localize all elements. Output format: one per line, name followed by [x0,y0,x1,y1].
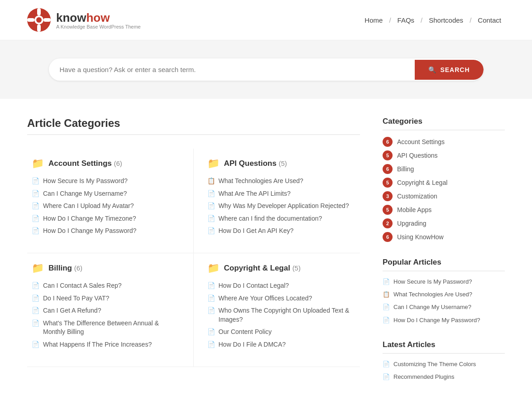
sidebar-cat-link-customization[interactable]: Customization [397,193,437,200]
article-link[interactable]: How Do I File A DMCA? [219,340,286,349]
content-area: Article Categories 📁 Account Settings (6… [27,117,383,397]
popular-article-link[interactable]: What Technologies Are Used? [393,290,472,299]
list-item: 📄Where can I find the documentation? [207,214,356,223]
folder-icon-billing: 📁 [32,262,44,274]
sidebar-cat-link-copyright[interactable]: Copyright & Legal [397,179,447,186]
folder-icon-copyright: 📁 [207,262,220,274]
nav-sep-3: / [470,16,471,24]
sidebar-popular-item: 📄 How Secure Is My Password? [383,278,505,286]
cat-badge: 6 [383,232,393,242]
site-header: knowhow A Knowledge Base WordPress Theme… [0,0,532,40]
page-title: Article Categories [27,117,360,135]
svg-rect-5 [37,24,41,32]
sidebar-cat-item: 5 Mobile Apps [383,205,505,215]
svg-rect-3 [43,18,51,22]
sidebar-categories-section: Categories 6 Account Settings 5 API Ques… [383,117,505,242]
doc-icon: 📄 [32,227,39,234]
list-item: 📄Our Content Policy [207,328,356,337]
doc-icon: 📋 [207,177,215,184]
nav-sep-1: / [389,16,391,24]
article-link[interactable]: Who Owns The Copyright On Uploaded Text … [219,306,356,324]
popular-article-link[interactable]: Can I Change My Username? [393,303,471,311]
popular-article-link[interactable]: How Do I Change My Password? [393,316,480,324]
article-link[interactable]: Our Content Policy [219,328,272,337]
doc-icon: 📄 [383,278,390,285]
list-item: 📄How Do I File A DMCA? [207,340,356,349]
article-link[interactable]: Can I Get A Refund? [43,306,101,315]
list-item: 📄What's The Difference Between Annual & … [32,319,180,337]
article-link[interactable]: What Technologies Are Used? [219,177,303,186]
list-item: 📄How Do I Contact Legal? [207,281,356,290]
logo-text: knowhow A Knowledge Base WordPress Theme [56,11,141,29]
list-item: 📄How Do I Change My Password? [32,227,180,236]
article-link[interactable]: Can I Contact A Sales Rep? [43,281,122,290]
doc-icon: 📄 [207,341,215,348]
article-link[interactable]: What Happens If The Price Increases? [43,340,152,349]
nav-home[interactable]: Home [361,14,386,26]
sidebar: Categories 6 Account Settings 5 API Ques… [383,117,505,397]
main-content: Article Categories 📁 Account Settings (6… [0,99,532,401]
popular-article-link[interactable]: How Secure Is My Password? [393,278,472,286]
sidebar-cat-link-billing[interactable]: Billing [397,165,414,173]
article-link[interactable]: How Secure Is My Password? [43,177,128,186]
doc-icon: 📄 [207,202,215,209]
article-link[interactable]: How Do I Get An API Key? [219,227,294,236]
doc-icon: 📄 [383,317,390,324]
article-link[interactable]: What's The Difference Between Annual & M… [43,319,180,337]
cat-badge: 2 [383,218,393,228]
list-item: 📄How Secure Is My Password? [32,177,180,186]
article-link[interactable]: How Do I Change My Timezone? [43,214,136,223]
sidebar-cat-link-upgrading[interactable]: Upgrading [397,220,427,227]
latest-article-link[interactable]: Recommended Plugins [393,373,454,381]
sidebar-cat-link-knowhow[interactable]: Using KnowHow [397,233,444,241]
nav-shortcodes[interactable]: Shortcodes [425,14,467,26]
nav-faqs[interactable]: FAQs [394,14,418,26]
cat-header-account: 📁 Account Settings (6) [32,158,180,169]
sidebar-popular-item: 📋 What Technologies Are Used? [383,290,505,299]
article-link[interactable]: How Do I Contact Legal? [219,281,289,290]
search-input[interactable] [49,58,415,81]
latest-article-link[interactable]: Customizing The Theme Colors [393,360,476,368]
doc-icon: 📄 [383,361,390,367]
list-item: 📄Can I Change My Username? [32,189,180,198]
search-icon: 🔍 [428,66,436,73]
doc-icon: 📄 [32,295,39,302]
sidebar-cat-link-api[interactable]: API Questions [397,152,438,159]
sidebar-cat-link-mobile[interactable]: Mobile Apps [397,206,431,213]
search-button[interactable]: 🔍 SEARCH [415,60,483,80]
list-item: 📄How Do I Change My Timezone? [32,214,180,223]
article-link[interactable]: Where Can I Upload My Avatar? [43,202,134,211]
article-list-copyright: 📄How Do I Contact Legal? 📄Where Are Your… [207,281,356,349]
sidebar-popular-list: 📄 How Secure Is My Password? 📋 What Tech… [383,278,505,324]
article-link[interactable]: Where can I find the documentation? [219,214,322,223]
doc-icon: 📄 [32,341,39,348]
sidebar-popular-title: Popular Articles [383,258,505,271]
folder-icon-account: 📁 [32,158,44,169]
sidebar-latest-item: 📄 Recommended Plugins [383,373,505,381]
cat-title-billing: Billing (6) [48,264,82,273]
sidebar-cat-link-account[interactable]: Account Settings [397,138,445,145]
doc-icon: 📄 [207,190,215,197]
sidebar-cat-item: 6 Billing [383,164,505,174]
sidebar-popular-item: 📄 How Do I Change My Password? [383,316,505,324]
cat-badge: 6 [383,137,393,147]
sidebar-cat-item: 6 Account Settings [383,137,505,147]
article-link[interactable]: Do I Need To Pay VAT? [43,294,109,303]
nav-sep-2: / [421,16,422,24]
article-link[interactable]: What Are The API Limits? [219,189,291,198]
category-api-questions: 📁 API Questions (5) 📋What Technologies A… [194,149,360,253]
doc-icon: 📄 [207,215,215,222]
nav-contact[interactable]: Contact [474,14,505,26]
sidebar-cat-item: 6 Using KnowHow [383,232,505,242]
article-link[interactable]: Where Are Your Offices Located? [219,294,312,303]
doc-icon: 📄 [32,190,39,197]
doc-icon: 📄 [207,328,215,335]
article-link[interactable]: Can I Change My Username? [43,189,127,198]
article-list-billing: 📄Can I Contact A Sales Rep? 📄Do I Need T… [32,281,180,349]
list-item: 📄Do I Need To Pay VAT? [32,294,180,303]
svg-rect-2 [27,18,34,22]
list-item: 📄Where Can I Upload My Avatar? [32,202,180,211]
cat-badge: 3 [383,191,393,201]
article-link[interactable]: How Do I Change My Password? [43,227,136,236]
article-link[interactable]: Why Was My Developer Application Rejecte… [219,202,349,211]
